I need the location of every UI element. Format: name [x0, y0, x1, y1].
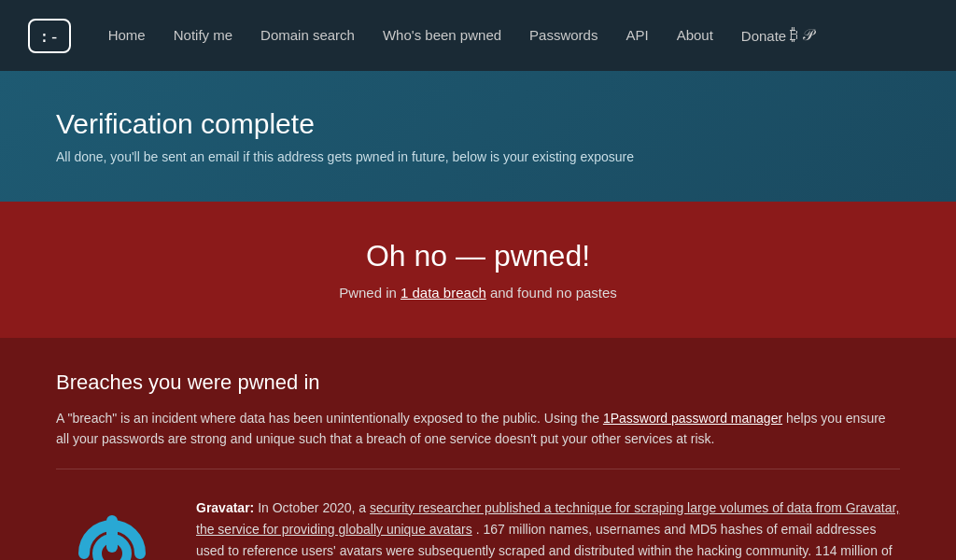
- pwned-desc-prefix: Pwned in: [339, 285, 401, 301]
- patreon-icon: 𝒫: [802, 26, 813, 45]
- breaches-section: Breaches you were pwned in A "breach" is…: [0, 338, 956, 560]
- breach-count-link[interactable]: 1 data breach: [401, 285, 486, 301]
- nav-passwords[interactable]: Passwords: [529, 27, 598, 43]
- breach-description: Gravatar: In October 2020, a security re…: [196, 497, 900, 560]
- pwned-description: Pwned in 1 data breach and found no past…: [19, 285, 937, 301]
- nav-donate[interactable]: Donate ₿ 𝒫: [741, 26, 813, 45]
- nav-notify[interactable]: Notify me: [174, 27, 232, 43]
- 1password-link[interactable]: 1Password password manager: [603, 411, 782, 426]
- verification-subtitle: All done, you'll be sent an email if thi…: [56, 149, 900, 164]
- nav-links: Home Notify me Domain search Who's been …: [108, 26, 814, 45]
- nav-about[interactable]: About: [677, 27, 713, 43]
- nav-domain-search[interactable]: Domain search: [260, 27, 355, 43]
- nav-whos-pwned[interactable]: Who's been pwned: [383, 27, 501, 43]
- verification-title: Verification complete: [56, 108, 900, 140]
- pwned-section: Oh no — pwned! Pwned in 1 data breach an…: [0, 202, 956, 338]
- nav-home[interactable]: Home: [108, 27, 146, 43]
- nav-api[interactable]: API: [626, 27, 648, 43]
- site-logo[interactable]: :-: [28, 19, 71, 53]
- breach-content-gravatar: Gravatar: In October 2020, a security re…: [196, 497, 900, 560]
- pwned-heading: Oh no — pwned!: [19, 239, 937, 273]
- breaches-intro: A "breach" is an incident where data has…: [56, 408, 900, 469]
- gravatar-icon: [61, 502, 163, 560]
- gravatar-logo: [56, 497, 168, 560]
- breach-item-gravatar: Gravatar: In October 2020, a security re…: [56, 497, 900, 560]
- logo-text: :-: [39, 26, 60, 46]
- bitcoin-icon: ₿: [790, 26, 798, 45]
- breach-name: Gravatar:: [196, 500, 254, 515]
- pwned-desc-suffix: and found no pastes: [486, 285, 617, 301]
- breaches-heading: Breaches you were pwned in: [56, 371, 900, 395]
- verification-banner: Verification complete All done, you'll b…: [0, 71, 956, 202]
- navigation: :- Home Notify me Domain search Who's be…: [0, 0, 956, 71]
